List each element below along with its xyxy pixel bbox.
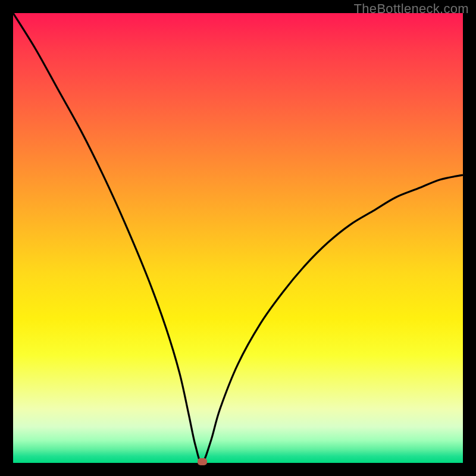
chart-frame: TheBottleneck.com — [0, 0, 476, 476]
plot-area — [13, 13, 463, 463]
curve-line — [13, 13, 463, 463]
optimum-marker — [198, 458, 207, 465]
bottleneck-curve — [13, 13, 463, 463]
